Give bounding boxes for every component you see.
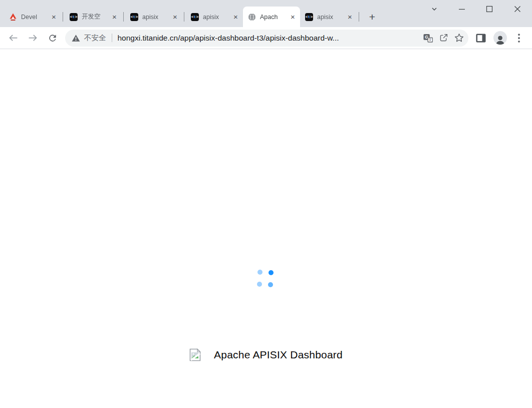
translate-icon[interactable]: G 文	[420, 30, 436, 46]
omnibox-divider	[112, 34, 112, 42]
not-secure-warning-icon[interactable]	[72, 34, 80, 42]
globe-icon	[248, 13, 256, 21]
close-tab-icon[interactable]: ×	[346, 13, 354, 21]
tab-devel[interactable]: Devel ×	[4, 7, 61, 27]
close-tab-icon[interactable]: ×	[231, 13, 240, 21]
tab-separator	[123, 12, 124, 22]
tab-title: Apach	[260, 14, 289, 21]
page-title: Apache APISIX Dashboard	[214, 349, 343, 361]
tab-separator	[63, 12, 63, 22]
t-code-icon: <t>	[70, 13, 78, 21]
maximize-button[interactable]	[475, 1, 503, 17]
tab-apache-active[interactable]: Apach ×	[243, 7, 300, 27]
forward-icon[interactable]	[25, 30, 41, 46]
tab-title: apisix	[203, 14, 231, 21]
t-code-icon: <t>	[130, 13, 138, 21]
bookmark-star-icon[interactable]	[451, 30, 467, 46]
apisix-logo-icon	[9, 13, 17, 21]
spinner-dot	[269, 270, 274, 275]
tab-separator	[359, 12, 359, 22]
loading-spinner	[256, 269, 275, 287]
svg-text:文: 文	[428, 37, 432, 42]
browser-window: Devel × <t> 开发空 × <t> apisix ×	[0, 0, 532, 408]
spinner-dot	[268, 282, 273, 287]
close-tab-icon[interactable]: ×	[110, 13, 119, 21]
tab-title: 开发空	[82, 13, 110, 21]
spinner-dot	[257, 270, 262, 275]
close-tab-icon[interactable]: ×	[171, 13, 179, 21]
t-code-icon: <t>	[191, 13, 199, 21]
close-window-button[interactable]	[503, 1, 532, 17]
security-label[interactable]: 不安全	[84, 33, 106, 43]
share-icon[interactable]	[436, 30, 451, 46]
tab-search-chevron-icon[interactable]	[420, 1, 448, 17]
tab-apisix-2[interactable]: <t> apisix ×	[186, 7, 243, 27]
tab-title: apisix	[317, 14, 346, 21]
reload-icon[interactable]	[44, 30, 61, 46]
close-tab-icon[interactable]: ×	[50, 13, 58, 21]
loading-footer: Apache APISIX Dashboard	[0, 348, 532, 361]
spinner-dot	[257, 282, 262, 287]
t-code-icon: <t>	[305, 13, 313, 21]
back-icon[interactable]	[5, 30, 22, 46]
menu-kebab-icon[interactable]	[509, 30, 528, 47]
side-panel-icon[interactable]	[471, 30, 490, 47]
broken-image-icon	[189, 348, 201, 361]
new-tab-button[interactable]: +	[365, 10, 379, 24]
url-text[interactable]: hongxi.titanide.cn/app/apisix-dashboard-…	[118, 34, 421, 43]
profile-avatar[interactable]	[490, 30, 509, 47]
tab-kaifa[interactable]: <t> 开发空 ×	[65, 7, 122, 27]
page-content: Apache APISIX Dashboard	[0, 49, 532, 408]
tab-apisix-3[interactable]: <t> apisix ×	[300, 7, 357, 27]
minimize-button[interactable]	[448, 1, 475, 17]
tab-title: apisix	[142, 14, 171, 21]
tab-title: Devel	[21, 14, 50, 21]
tab-strip: Devel × <t> 开发空 × <t> apisix ×	[0, 0, 532, 27]
close-tab-icon[interactable]: ×	[289, 13, 297, 21]
browser-toolbar: 不安全 hongxi.titanide.cn/app/apisix-dashbo…	[0, 27, 532, 49]
address-bar[interactable]: 不安全 hongxi.titanide.cn/app/apisix-dashbo…	[65, 30, 468, 47]
tab-separator	[184, 12, 184, 22]
tab-apisix-1[interactable]: <t> apisix ×	[125, 7, 182, 27]
window-controls	[420, 1, 532, 17]
tabs-container: Devel × <t> 开发空 × <t> apisix ×	[4, 7, 379, 27]
